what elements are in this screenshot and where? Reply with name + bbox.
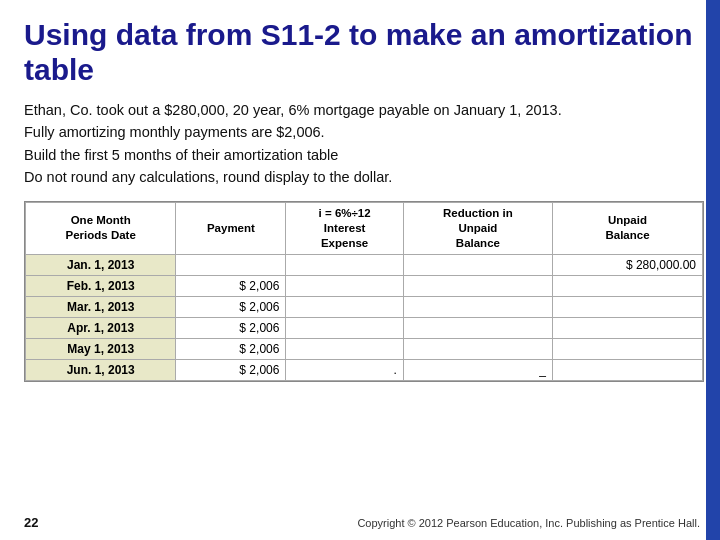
cell-reduction-1 <box>403 275 552 296</box>
cell-balance-5 <box>552 359 702 380</box>
cell-interest-4 <box>286 338 403 359</box>
table-row: Feb. 1, 2013 $ 2,006 <box>26 275 703 296</box>
table-header-row: One MonthPeriods Date Payment i = 6%÷12I… <box>26 202 703 254</box>
cell-date-3: Apr. 1, 2013 <box>26 317 176 338</box>
cell-date-0: Jan. 1, 2013 <box>26 254 176 275</box>
cell-payment-5: $ 2,006 <box>176 359 286 380</box>
cell-interest-2 <box>286 296 403 317</box>
table-row: Mar. 1, 2013 $ 2,006 <box>26 296 703 317</box>
cell-balance-1 <box>552 275 702 296</box>
cell-reduction-2 <box>403 296 552 317</box>
table-row: Jun. 1, 2013 $ 2,006 . _ <box>26 359 703 380</box>
cell-balance-2 <box>552 296 702 317</box>
cell-reduction-4 <box>403 338 552 359</box>
table-row: Apr. 1, 2013 $ 2,006 <box>26 317 703 338</box>
cell-reduction-0 <box>403 254 552 275</box>
body-text: Ethan, Co. took out a $280,000, 20 year,… <box>24 99 696 189</box>
cell-interest-3 <box>286 317 403 338</box>
cell-interest-0 <box>286 254 403 275</box>
col-header-payment: Payment <box>176 202 286 254</box>
sidebar-accent-bar <box>706 0 720 540</box>
table-row: Jan. 1, 2013 $ 280,000.00 <box>26 254 703 275</box>
cell-balance-4 <box>552 338 702 359</box>
col-header-interest: i = 6%÷12InterestExpense <box>286 202 403 254</box>
main-page: Using data from S11-2 to make an amortiz… <box>0 0 720 540</box>
slide-title: Using data from S11-2 to make an amortiz… <box>24 18 696 87</box>
cell-balance-0: $ 280,000.00 <box>552 254 702 275</box>
col-header-date: One MonthPeriods Date <box>26 202 176 254</box>
cell-interest-1 <box>286 275 403 296</box>
page-number: 22 <box>24 515 38 530</box>
copyright-text: Copyright © 2012 Pearson Education, Inc.… <box>357 517 700 529</box>
body-line-2: Fully amortizing monthly payments are $2… <box>24 124 325 140</box>
body-line-1: Ethan, Co. took out a $280,000, 20 year,… <box>24 102 562 118</box>
footer: 22 Copyright © 2012 Pearson Education, I… <box>24 515 700 530</box>
cell-balance-3 <box>552 317 702 338</box>
amortization-table: One MonthPeriods Date Payment i = 6%÷12I… <box>24 201 704 382</box>
col-header-balance: UnpaidBalance <box>552 202 702 254</box>
cell-date-2: Mar. 1, 2013 <box>26 296 176 317</box>
col-header-reduction: Reduction inUnpaidBalance <box>403 202 552 254</box>
table-body: Jan. 1, 2013 $ 280,000.00 Feb. 1, 2013 $… <box>26 254 703 380</box>
cell-interest-5: . <box>286 359 403 380</box>
cell-payment-4: $ 2,006 <box>176 338 286 359</box>
cell-date-4: May 1, 2013 <box>26 338 176 359</box>
cell-reduction-3 <box>403 317 552 338</box>
body-line-3: Build the first 5 months of their amorti… <box>24 147 338 163</box>
cell-reduction-5: _ <box>403 359 552 380</box>
cell-payment-1: $ 2,006 <box>176 275 286 296</box>
cell-date-5: Jun. 1, 2013 <box>26 359 176 380</box>
cell-payment-3: $ 2,006 <box>176 317 286 338</box>
table-row: May 1, 2013 $ 2,006 <box>26 338 703 359</box>
cell-payment-2: $ 2,006 <box>176 296 286 317</box>
body-line-4: Do not round any calculations, round dis… <box>24 169 392 185</box>
cell-payment-0 <box>176 254 286 275</box>
cell-date-1: Feb. 1, 2013 <box>26 275 176 296</box>
